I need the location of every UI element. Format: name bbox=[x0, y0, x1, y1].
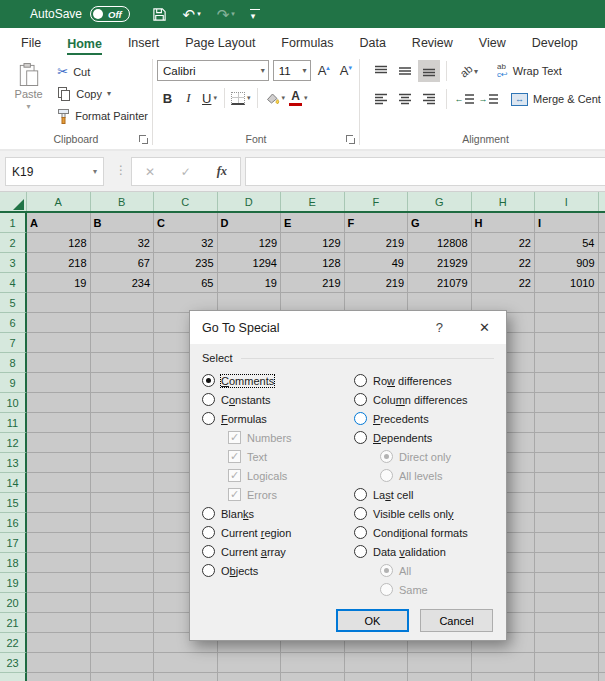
cell[interactable] bbox=[27, 653, 91, 673]
cancel-button[interactable]: Cancel bbox=[420, 609, 493, 632]
cell[interactable] bbox=[27, 313, 91, 333]
radio-visible-cells-only[interactable]: Visible cells only bbox=[354, 504, 494, 523]
cell[interactable] bbox=[91, 353, 155, 373]
tab-home[interactable]: Home bbox=[54, 28, 115, 55]
bottom-align-button[interactable] bbox=[418, 60, 440, 82]
tab-page-layout[interactable]: Page Layout bbox=[172, 28, 268, 55]
cell[interactable] bbox=[535, 613, 599, 633]
cell[interactable] bbox=[27, 673, 91, 681]
middle-align-button[interactable] bbox=[394, 60, 416, 82]
cell[interactable]: 234 bbox=[91, 273, 155, 293]
row-header-8[interactable]: 8 bbox=[0, 353, 27, 373]
cell[interactable]: F bbox=[345, 213, 409, 233]
increase-indent-button[interactable]: → bbox=[477, 88, 499, 110]
cell[interactable]: 54 bbox=[535, 233, 599, 253]
cell[interactable] bbox=[345, 653, 409, 673]
radio-conditional-formats[interactable]: Conditional formats bbox=[354, 523, 494, 542]
cell[interactable] bbox=[599, 633, 605, 653]
cell[interactable] bbox=[27, 393, 91, 413]
radio-objects[interactable]: Objects bbox=[202, 561, 354, 580]
cell[interactable] bbox=[535, 333, 599, 353]
cell[interactable] bbox=[27, 373, 91, 393]
cell[interactable] bbox=[91, 413, 155, 433]
radio-column-differences[interactable]: Column differences bbox=[354, 390, 494, 409]
cell[interactable] bbox=[27, 513, 91, 533]
cell[interactable] bbox=[535, 453, 599, 473]
cell[interactable] bbox=[599, 593, 605, 613]
cell[interactable] bbox=[27, 493, 91, 513]
cell[interactable] bbox=[599, 373, 605, 393]
bold-button[interactable]: B bbox=[157, 87, 178, 109]
cell[interactable] bbox=[91, 533, 155, 553]
cell[interactable] bbox=[408, 673, 472, 681]
column-header-i[interactable]: I bbox=[535, 192, 599, 211]
cell[interactable] bbox=[535, 533, 599, 553]
column-header-a[interactable]: A bbox=[27, 192, 91, 211]
cell[interactable]: E bbox=[281, 213, 345, 233]
row-header-6[interactable]: 6 bbox=[0, 313, 27, 333]
decrease-font-size-button[interactable]: A ▾ bbox=[337, 63, 355, 78]
row-header-17[interactable]: 17 bbox=[0, 533, 27, 553]
cell[interactable] bbox=[599, 673, 605, 681]
cell[interactable] bbox=[27, 433, 91, 453]
align-right-button[interactable] bbox=[418, 88, 440, 110]
row-header-partial[interactable] bbox=[0, 673, 27, 681]
row-header-10[interactable]: 10 bbox=[0, 393, 27, 413]
cell[interactable] bbox=[345, 673, 409, 681]
cell[interactable] bbox=[535, 313, 599, 333]
cell[interactable] bbox=[599, 433, 605, 453]
cell[interactable]: 219 bbox=[345, 273, 409, 293]
cell[interactable] bbox=[281, 673, 345, 681]
increase-font-size-button[interactable]: A ▴ bbox=[315, 63, 333, 78]
row-header-7[interactable]: 7 bbox=[0, 333, 27, 353]
radio-dependents[interactable]: Dependents bbox=[354, 428, 494, 447]
cell[interactable] bbox=[599, 333, 605, 353]
cell[interactable] bbox=[27, 413, 91, 433]
cell[interactable] bbox=[535, 593, 599, 613]
cell[interactable] bbox=[27, 353, 91, 373]
column-header-h[interactable]: H bbox=[472, 192, 536, 211]
cell[interactable]: H bbox=[472, 213, 536, 233]
column-header-g[interactable]: G bbox=[408, 192, 472, 211]
cell[interactable] bbox=[535, 673, 599, 681]
cell[interactable] bbox=[472, 673, 536, 681]
copy-button[interactable]: Copy ▾ bbox=[57, 84, 148, 103]
cell[interactable] bbox=[599, 393, 605, 413]
cell[interactable] bbox=[91, 653, 155, 673]
cell[interactable] bbox=[599, 573, 605, 593]
cell[interactable]: 218 bbox=[27, 253, 91, 273]
cell[interactable] bbox=[535, 653, 599, 673]
select-all-button[interactable] bbox=[0, 192, 27, 211]
cell[interactable] bbox=[27, 573, 91, 593]
cell[interactable] bbox=[535, 373, 599, 393]
decrease-indent-button[interactable]: ← bbox=[453, 88, 475, 110]
underline-button[interactable]: U ▾ bbox=[199, 87, 220, 109]
cell[interactable] bbox=[535, 433, 599, 453]
format-painter-button[interactable]: Format Painter bbox=[57, 106, 148, 125]
cell[interactable] bbox=[27, 633, 91, 653]
row-header-23[interactable]: 23 bbox=[0, 653, 27, 673]
cell[interactable]: D bbox=[218, 213, 282, 233]
radio-row-differences[interactable]: Row differences bbox=[354, 371, 494, 390]
close-button[interactable]: ✕ bbox=[475, 318, 494, 337]
radio-data-validation[interactable]: Data validation bbox=[354, 542, 494, 561]
borders-button[interactable]: ▾ bbox=[229, 87, 253, 109]
cell[interactable] bbox=[535, 473, 599, 493]
cell[interactable] bbox=[27, 533, 91, 553]
cell[interactable] bbox=[91, 313, 155, 333]
radio-last-cell[interactable]: Last cell bbox=[354, 485, 494, 504]
radio-precedents[interactable]: Precedents bbox=[354, 409, 494, 428]
redo-button[interactable]: ↷ ▾ bbox=[209, 0, 243, 28]
cell[interactable]: 22 bbox=[472, 253, 536, 273]
cell[interactable]: 32 bbox=[91, 233, 155, 253]
tab-formulas[interactable]: Formulas bbox=[268, 28, 346, 55]
cell[interactable] bbox=[154, 653, 218, 673]
cell[interactable]: 1294 bbox=[218, 253, 282, 273]
insert-function-icon[interactable]: fx bbox=[217, 164, 227, 179]
cell[interactable]: 128 bbox=[281, 253, 345, 273]
fill-color-button[interactable]: ▾ bbox=[262, 87, 288, 109]
radio-current-region[interactable]: Current region bbox=[202, 523, 354, 542]
cell[interactable] bbox=[599, 453, 605, 473]
cell[interactable] bbox=[91, 633, 155, 653]
cell[interactable]: 12808 bbox=[408, 233, 472, 253]
